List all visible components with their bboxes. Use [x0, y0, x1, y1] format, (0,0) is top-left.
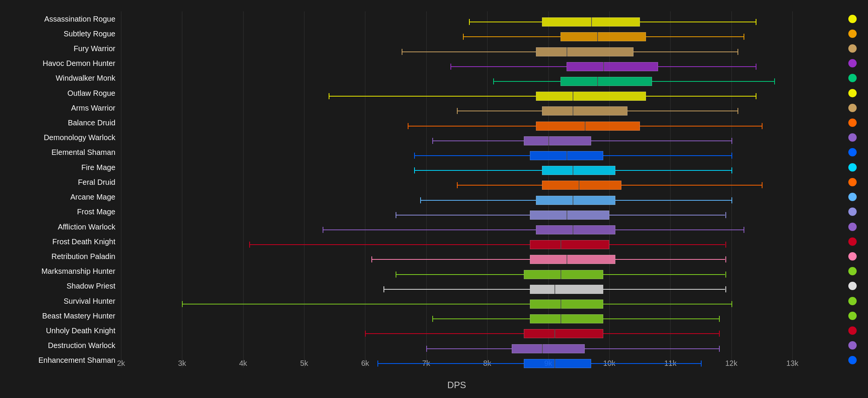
whisker-right-10 — [615, 170, 731, 171]
whisker-right-15 — [609, 244, 725, 245]
grid-line — [792, 11, 793, 368]
box-row-9 — [121, 150, 792, 161]
whisker-right-23 — [591, 363, 701, 364]
y-label-2: Fury Warrior — [74, 44, 115, 53]
y-label-14: Affliction Warlock — [58, 222, 115, 231]
y-label-17: Marksmanship Hunter — [41, 267, 115, 276]
spec-dot-13 — [848, 208, 857, 216]
spec-dot-6 — [848, 104, 857, 112]
whisker-left-cap-6 — [457, 108, 458, 114]
whisker-left-cap-8 — [432, 138, 433, 144]
whisker-right-cap-6 — [738, 108, 738, 114]
median-12 — [573, 196, 573, 205]
whisker-left-16 — [371, 259, 530, 260]
box-19 — [530, 300, 603, 309]
median-22 — [542, 344, 543, 353]
box-18 — [530, 285, 603, 294]
median-11 — [579, 181, 579, 190]
whisker-left-cap-9 — [414, 153, 415, 159]
spec-dot-21 — [848, 326, 857, 335]
whisker-left-10 — [414, 170, 542, 171]
whisker-right-20 — [603, 318, 719, 319]
whisker-left-cap-10 — [414, 167, 415, 173]
whisker-left-2 — [402, 52, 536, 52]
box-row-18 — [121, 284, 792, 295]
whisker-right-cap-15 — [725, 242, 726, 248]
box-row-6 — [121, 106, 792, 116]
box-row-7 — [121, 121, 792, 131]
whisker-right-22 — [585, 348, 719, 349]
whisker-right-3 — [658, 66, 756, 67]
spec-dot-8 — [848, 133, 857, 142]
box-23 — [524, 359, 591, 368]
y-label-9: Elemental Shaman — [51, 148, 115, 157]
spec-dot-15 — [848, 237, 857, 246]
whisker-right-18 — [603, 289, 725, 290]
whisker-right-19 — [603, 304, 731, 304]
whisker-left-13 — [396, 215, 530, 215]
y-label-6: Arms Warrior — [71, 103, 115, 112]
median-3 — [603, 62, 604, 71]
whisker-left-cap-2 — [402, 49, 402, 55]
whisker-right-6 — [627, 111, 737, 111]
whisker-right-14 — [615, 229, 744, 230]
y-label-5: Outlaw Rogue — [67, 89, 115, 97]
box-10 — [542, 166, 615, 175]
box-row-19 — [121, 299, 792, 309]
whisker-right-cap-9 — [731, 153, 732, 159]
whisker-left-18 — [384, 289, 530, 290]
median-4 — [597, 77, 598, 86]
spec-dot-11 — [848, 178, 857, 186]
whisker-left-cap-12 — [420, 197, 421, 203]
median-1 — [597, 32, 598, 41]
whisker-right-7 — [640, 126, 762, 126]
box-row-11 — [121, 180, 792, 190]
y-label-15: Frost Death Knight — [52, 237, 115, 246]
whisker-left-20 — [432, 318, 530, 319]
box-21 — [524, 329, 603, 338]
box-15 — [530, 240, 609, 249]
whisker-left-cap-7 — [408, 123, 408, 129]
chart-area: 2k3k4k5k6k7k8k9k10k11k12k13kDPS — [121, 11, 792, 368]
whisker-right-12 — [615, 200, 731, 201]
whisker-right-cap-17 — [725, 272, 726, 278]
box-row-23 — [121, 358, 792, 369]
spec-dot-20 — [848, 312, 857, 320]
whisker-left-cap-0 — [469, 19, 470, 25]
spec-dot-5 — [848, 89, 857, 97]
box-6 — [542, 106, 627, 115]
whisker-left-cap-5 — [329, 93, 329, 99]
spec-dot-9 — [848, 148, 857, 156]
whisker-right-cap-1 — [744, 34, 744, 40]
median-0 — [591, 17, 592, 27]
median-16 — [567, 255, 567, 264]
whisker-left-4 — [493, 81, 561, 82]
spec-dot-18 — [848, 282, 857, 290]
y-label-23: Enhancement Shaman — [39, 356, 115, 365]
median-23 — [554, 359, 555, 368]
box-22 — [512, 344, 585, 353]
whisker-left-23 — [377, 363, 524, 364]
median-2 — [567, 47, 567, 56]
whisker-left-cap-16 — [371, 256, 372, 262]
median-9 — [567, 151, 567, 160]
median-20 — [561, 314, 561, 323]
median-6 — [573, 106, 573, 115]
box-16 — [530, 255, 615, 264]
whisker-right-8 — [591, 140, 731, 141]
median-13 — [567, 211, 567, 220]
whisker-left-cap-13 — [396, 212, 396, 218]
box-row-10 — [121, 165, 792, 176]
chart-container: Assassination RogueSubtlety RogueFury Wa… — [0, 0, 868, 398]
median-15 — [561, 240, 561, 249]
whisker-right-cap-22 — [719, 346, 720, 352]
whisker-left-1 — [463, 36, 561, 37]
box-4 — [561, 77, 652, 86]
box-row-1 — [121, 31, 792, 42]
whisker-left-cap-19 — [182, 301, 183, 307]
spec-dot-7 — [848, 119, 857, 127]
whisker-left-7 — [408, 126, 536, 126]
whisker-right-4 — [652, 81, 774, 82]
whisker-right-cap-8 — [731, 138, 732, 144]
whisker-left-cap-11 — [457, 182, 458, 188]
